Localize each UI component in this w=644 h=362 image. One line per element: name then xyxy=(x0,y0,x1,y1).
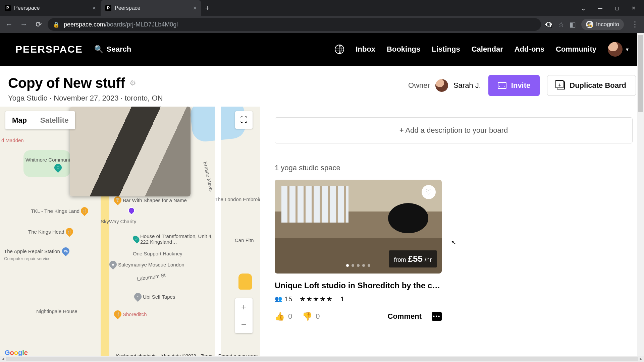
listing-card[interactable]: ♡ from £55/hr Unique Loft studio in Shor… xyxy=(275,180,442,321)
price-value: £55 xyxy=(408,254,423,264)
url-host: peerspace.com xyxy=(64,21,105,28)
tab-close-icon[interactable]: × xyxy=(193,5,197,12)
board-content: + Add a description to your board 1 yoga… xyxy=(260,107,644,360)
zoom-out-button[interactable]: − xyxy=(235,316,253,333)
price-badge: from £55/hr xyxy=(389,250,437,267)
down-count: 0 xyxy=(316,312,320,321)
map-poi-label: The London Embroidery St xyxy=(215,196,260,202)
eye-off-icon[interactable]: 👁‍🗨 xyxy=(544,20,553,28)
incognito-label: Incognito xyxy=(596,21,619,28)
pin-icon: ★ xyxy=(108,259,118,269)
map-poi[interactable]: The Apple Repair Station🛍Computer repair… xyxy=(4,247,69,261)
page-viewport: PEERSPACE 🔍 Search Inbox Bookings Listin… xyxy=(0,33,644,362)
avatar xyxy=(608,42,623,57)
map-poi-label: Nightingale House xyxy=(36,308,77,314)
price-suffix: /hr xyxy=(425,256,432,263)
map-marker[interactable] xyxy=(127,206,136,215)
duplicate-icon xyxy=(557,81,565,89)
map-tab-satellite[interactable]: Satellite xyxy=(34,111,75,129)
map-fullscreen-icon[interactable]: ⛶ xyxy=(235,111,253,129)
nav-addons[interactable]: Add-ons xyxy=(515,45,544,54)
url-path: /boards/prj-MLD7JLb4M0gl xyxy=(105,21,178,28)
pin-icon: ♡ xyxy=(132,235,141,244)
side-panel-icon[interactable]: ◧ xyxy=(570,20,576,28)
window-controls: ⌄ ― ▢ ✕ xyxy=(576,2,644,14)
zoom-in-button[interactable]: + xyxy=(235,298,253,316)
map-preview-popup[interactable] xyxy=(70,107,191,196)
google-watermark: Google xyxy=(5,349,28,357)
map-zoom: + − xyxy=(235,298,253,333)
pin-icon: 🍴 xyxy=(112,309,123,319)
window-minimize-icon[interactable]: ― xyxy=(592,2,608,14)
tab-title: Peerspace xyxy=(14,5,89,11)
window-close-icon[interactable]: ✕ xyxy=(626,2,641,14)
pegman-icon[interactable] xyxy=(238,274,252,290)
price-prefix: from xyxy=(394,256,406,263)
map-poi[interactable]: 🍴Shoreditch xyxy=(114,310,147,318)
map-poi-label: Can Fitn xyxy=(235,237,254,243)
tab-close-icon[interactable]: × xyxy=(92,5,96,12)
map-panel[interactable]: d Madden Whitmore Community Centre♡ TKL … xyxy=(0,107,260,360)
nav-inbox[interactable]: Inbox xyxy=(356,45,375,54)
carousel-dots[interactable] xyxy=(346,264,370,267)
incognito-icon: 🕵 xyxy=(586,21,593,28)
window-maximize-icon[interactable]: ▢ xyxy=(609,2,625,14)
pin-icon: • xyxy=(132,291,143,302)
tab-search-icon[interactable]: ⌄ xyxy=(576,2,591,14)
search-button[interactable]: 🔍 Search xyxy=(94,45,131,54)
mouse-cursor-icon: ↖ xyxy=(450,239,457,247)
more-menu-icon[interactable]: ••• xyxy=(432,312,442,321)
favorite-button[interactable]: ♡ xyxy=(422,185,436,199)
search-icon: 🔍 xyxy=(94,45,103,54)
address-bar[interactable]: 🔒 peerspace.com/boards/prj-MLD7JLb4M0gl xyxy=(48,18,541,31)
account-menu[interactable]: ▾ xyxy=(608,42,629,57)
bookmark-star-icon[interactable]: ☆ xyxy=(558,20,564,28)
pin-icon: 🍴 xyxy=(79,205,90,216)
pin-icon: ♡ xyxy=(53,162,63,173)
pin-icon: 🍴 xyxy=(64,226,74,237)
nav-back-icon[interactable]: ← xyxy=(3,19,15,30)
board-description-input[interactable]: + Add a description to your board xyxy=(275,117,633,143)
site-logo[interactable]: PEERSPACE xyxy=(15,44,83,55)
results-count: 1 yoga studio space xyxy=(275,164,633,172)
comment-button[interactable]: Comment xyxy=(388,312,422,321)
map-poi[interactable]: TKL - The Kings Land🍴 xyxy=(31,207,88,215)
nav-calendar[interactable]: Calendar xyxy=(472,45,503,54)
map-poi[interactable]: ★Suleymaniye Mosque London xyxy=(109,261,184,268)
people-icon: 👥 xyxy=(275,295,282,303)
nav-reload-icon[interactable]: ⟳ xyxy=(33,19,44,30)
browser-menu-icon[interactable]: ⋮ xyxy=(629,20,641,29)
rating-stars-icon: ★★★★★ xyxy=(300,295,333,303)
horizontal-scrollbar[interactable]: ◄► xyxy=(0,356,644,362)
listing-title: Unique Loft studio in Shoreditch by the … xyxy=(275,281,442,290)
map-poi[interactable]: ♡House of Transformation, Unit 4, 222 Ki… xyxy=(133,233,221,245)
listing-image[interactable]: ♡ from £55/hr xyxy=(275,180,442,274)
duplicate-label: Duplicate Board xyxy=(570,81,626,90)
nav-listings[interactable]: Listings xyxy=(432,45,460,54)
incognito-indicator[interactable]: 🕵 Incognito xyxy=(581,19,624,30)
map-poi[interactable]: •Ubi Self Tapes xyxy=(134,293,175,300)
nav-bookings[interactable]: Bookings xyxy=(387,45,420,54)
browser-tab-1[interactable]: P Peerspace × xyxy=(101,0,201,16)
owner-label: Owner xyxy=(408,81,430,90)
gear-icon[interactable]: ⚙ xyxy=(129,79,136,87)
up-count: 0 xyxy=(288,312,292,321)
new-tab-button[interactable]: + xyxy=(201,0,213,16)
map-poi[interactable]: 🍸Bar With Shapes for a Name xyxy=(114,196,187,204)
browser-titlebar: P Peerspace × P Peerspace × + ⌄ ― ▢ ✕ xyxy=(0,0,644,16)
thumbs-up-icon[interactable]: 👍 xyxy=(275,312,285,321)
vertical-scrollbar[interactable] xyxy=(637,33,644,356)
browser-tab-0[interactable]: P Peerspace × xyxy=(0,0,101,16)
map-tab-map[interactable]: Map xyxy=(5,111,34,129)
nav-community[interactable]: Community xyxy=(556,45,596,54)
thumbs-down-icon[interactable]: 👎 xyxy=(302,312,312,321)
invite-button[interactable]: Invite xyxy=(488,75,540,96)
duplicate-board-button[interactable]: Duplicate Board xyxy=(547,75,636,96)
review-count: 1 xyxy=(340,295,344,303)
owner-name: Sarah J. xyxy=(453,81,481,90)
globe-icon[interactable] xyxy=(335,45,344,54)
tab-favicon: P xyxy=(105,5,111,11)
map-poi[interactable]: The Kings Head🍴 xyxy=(28,228,73,235)
browser-toolbar: ← → ⟳ 🔒 peerspace.com/boards/prj-MLD7JLb… xyxy=(0,16,644,33)
lock-icon: 🔒 xyxy=(53,21,60,28)
